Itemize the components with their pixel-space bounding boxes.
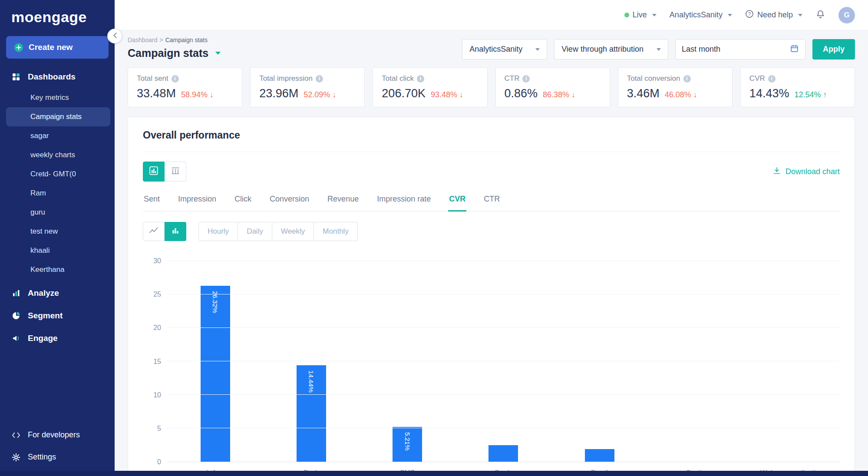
sidebar-item-dashboards[interactable]: Dashboards [0, 66, 115, 88]
info-icon[interactable] [683, 75, 691, 83]
bell-icon [815, 9, 825, 21]
granularity-group: HourlyDailyWeeklyMonthly [198, 222, 358, 241]
breadcrumb: Dashboard>Campaign stats [128, 36, 221, 43]
granularity-weekly[interactable]: Weekly [272, 222, 314, 241]
granularity-hourly[interactable]: Hourly [198, 222, 238, 241]
table-view-button[interactable] [165, 162, 186, 182]
stat-label: CTR [505, 74, 601, 83]
gridline [167, 428, 840, 428]
tab-impression-rate[interactable]: Impression rate [376, 190, 432, 211]
sidebar-item-weekly-charts[interactable]: weekly charts [0, 145, 115, 165]
download-chart-label: Download chart [785, 167, 840, 176]
y-tick-label: 25 [153, 291, 161, 298]
apply-button[interactable]: Apply [812, 39, 855, 60]
sidebar-item-sagar[interactable]: sagar [0, 126, 115, 145]
chevron-left-icon [112, 32, 117, 40]
sidebar-item-segment[interactable]: Segment [0, 304, 115, 327]
granularity-daily[interactable]: Daily [238, 222, 272, 241]
view-toggle-group [143, 162, 186, 182]
moengage-logo: moengage [0, 0, 115, 33]
metric-tabs: SentImpressionClickConversionRevenueImpr… [143, 190, 840, 212]
app-window: moengage Create new Dashboards Key metri… [0, 0, 868, 476]
y-tick-label: 0 [157, 458, 161, 466]
sidebar-item-test-new[interactable]: test new [0, 222, 115, 241]
dashboards-label: Dashboards [28, 72, 76, 82]
notifications-button[interactable] [815, 9, 825, 21]
stats-row: Total sent33.48M58.94% ↓Total impression… [115, 67, 868, 107]
sidebar-item-engage[interactable]: Engage [0, 327, 115, 350]
chevron-down-icon [657, 48, 661, 51]
bar-sms[interactable]: 5.21% [393, 427, 422, 462]
sidebar-collapse-button[interactable] [107, 29, 122, 43]
tab-cvr[interactable]: CVR [448, 190, 466, 212]
bar-column-sms: 5.21% [360, 261, 455, 462]
tab-click[interactable]: Click [234, 190, 252, 211]
stat-delta: 52.09% ↓ [304, 90, 336, 99]
sidebar-item-campaign-stats[interactable]: Campaign stats [6, 107, 110, 126]
sidebar-item-settings[interactable]: Settings [0, 446, 115, 468]
granularity-monthly[interactable]: Monthly [314, 222, 358, 241]
stat-value: 23.96M [259, 87, 298, 100]
tab-sent[interactable]: Sent [143, 190, 161, 211]
tab-ctr[interactable]: CTR [483, 190, 501, 211]
gridline [167, 394, 840, 395]
page-title-dropdown[interactable]: Campaign stats [128, 47, 221, 60]
workspace-dropdown[interactable]: AnalyticsSanity [670, 10, 732, 20]
need-help-dropdown[interactable]: ? Need help [745, 10, 802, 20]
plot-row: 051015202530 26.32%14.44%5.21% [143, 261, 840, 462]
date-range-input[interactable]: Last month [675, 39, 805, 60]
bar-column-inapp: 26.32% [167, 261, 263, 462]
sidebar-item-guru[interactable]: guru [0, 203, 115, 222]
chart-toolbar: Download chart [143, 162, 840, 182]
info-icon[interactable] [768, 75, 776, 83]
bar-push[interactable]: 14.44% [297, 365, 326, 462]
download-chart-button[interactable]: Download chart [772, 166, 840, 177]
question-icon: ? [745, 10, 754, 20]
workspace-select[interactable]: AnalyticsSanity [462, 39, 547, 60]
line-chart-icon [149, 226, 158, 237]
analyze-chart-icon [11, 289, 21, 298]
breadcrumb-root[interactable]: Dashboard [128, 36, 158, 43]
chevron-down-icon [728, 14, 732, 17]
gridline [167, 294, 840, 294]
stat-card-total-impression: Total impression23.96M52.09% ↓ [250, 67, 365, 107]
sidebar: moengage Create new Dashboards Key metri… [0, 0, 115, 476]
bars: 26.32%14.44%5.21% [167, 261, 840, 462]
plus-icon [14, 43, 23, 53]
dashboards-grid-icon [11, 73, 21, 81]
sidebar-item-analyze[interactable]: Analyze [0, 282, 115, 304]
avatar[interactable]: G [838, 7, 855, 23]
info-icon[interactable] [316, 75, 323, 83]
create-new-button[interactable]: Create new [6, 36, 109, 59]
tab-conversion[interactable]: Conversion [269, 190, 310, 211]
sidebar-item-ram[interactable]: Ram [0, 184, 115, 203]
sidebar-item-cretd-gmt-0[interactable]: Cretd- GMT(0 [0, 165, 115, 184]
info-icon[interactable] [522, 75, 530, 83]
attribution-select[interactable]: View through attribution [554, 39, 668, 60]
stat-value: 14.43% [749, 87, 789, 100]
sidebar-item-khaali[interactable]: khaali [0, 241, 115, 260]
engage-megaphone-icon [11, 334, 21, 343]
stat-value: 206.70K [382, 87, 426, 100]
live-status-dropdown[interactable]: Live [624, 10, 657, 20]
bar-inapp[interactable]: 26.32% [201, 286, 230, 462]
need-help-label: Need help [757, 10, 793, 20]
tab-impression[interactable]: Impression [177, 190, 217, 211]
bar-chart-button[interactable] [165, 222, 186, 241]
gridline [167, 261, 840, 261]
sidebar-item-key-metrics[interactable]: Key metrics [0, 88, 115, 107]
topbar: Live AnalyticsSanity ? Need help G [115, 0, 868, 30]
info-icon[interactable] [172, 75, 179, 83]
bar-email[interactable] [585, 449, 614, 462]
live-status-dot [624, 13, 629, 17]
line-chart-button[interactable] [143, 222, 165, 241]
table-view-icon [171, 166, 180, 177]
chart-view-button[interactable] [143, 162, 165, 182]
sidebar-item-keerthana[interactable]: Keerthana [0, 260, 115, 279]
tab-revenue[interactable]: Revenue [327, 190, 360, 211]
bar-cards[interactable] [488, 445, 518, 462]
sidebar-item-for-developers[interactable]: For developers [0, 424, 115, 446]
stat-delta: 86.38% ↓ [543, 90, 575, 99]
info-icon[interactable] [417, 75, 424, 83]
y-tick-label: 30 [153, 257, 161, 265]
